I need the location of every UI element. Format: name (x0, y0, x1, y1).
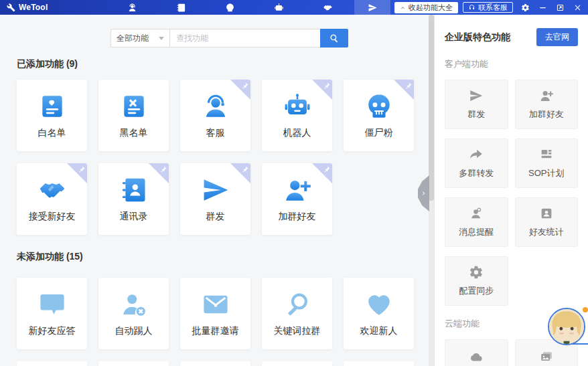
search-icon (329, 33, 340, 43)
headset-icon (468, 4, 475, 11)
id-card-icon (539, 206, 554, 221)
enterprise-feature-card[interactable]: 加群好友 (515, 80, 579, 129)
pin-icon (240, 82, 249, 90)
feature-card[interactable]: 欢迎新人 (344, 278, 414, 349)
feature-card[interactable]: 新好友应答 (17, 278, 87, 349)
feature-card[interactable]: 白名单 (17, 80, 87, 151)
enterprise-feature-card[interactable]: 多群转发 (445, 139, 508, 188)
enterprise-feature-card[interactable]: SOP计划 (515, 139, 579, 188)
envelope-icon (201, 290, 230, 319)
enterprise-feature-label: 配置同步 (459, 285, 494, 297)
feature-card-label: 接受新好友 (29, 211, 76, 223)
paper-plane-icon (201, 175, 230, 205)
feature-card[interactable]: 接受新好友 (17, 163, 87, 235)
feature-card[interactable]: 客服 (180, 80, 250, 151)
minimize-icon[interactable] (537, 2, 548, 13)
feature-card[interactable]: 群发 (180, 163, 250, 235)
pin-icon (322, 82, 331, 90)
close-icon[interactable] (572, 2, 583, 13)
goto-website-button[interactable]: 去官网 (536, 28, 578, 46)
feature-card-label: 欢迎新人 (360, 325, 398, 337)
enterprise-feature-card[interactable] (445, 339, 508, 366)
pin-badge (67, 163, 87, 183)
feature-card[interactable]: 自动踢人 (98, 278, 169, 349)
pin-icon (240, 165, 249, 174)
person-plus-icon (283, 175, 312, 205)
feature-card[interactable]: 机器人 (262, 80, 332, 151)
enterprise-feature-label: SOP计划 (528, 167, 564, 179)
message-alert-icon (469, 206, 484, 221)
feature-card[interactable]: 批量群邀请 (180, 278, 250, 349)
scrollbar-thumb[interactable] (429, 15, 434, 201)
heart-icon (364, 290, 394, 319)
collapse-panel-label: 收起功能大全 (409, 3, 453, 13)
avatar-image (549, 309, 584, 344)
wrench-icon (7, 3, 15, 12)
feature-card[interactable]: 僵尸粉 (344, 80, 414, 151)
feature-card-label: 通讯录 (120, 211, 148, 223)
feature-card-label: 黑名单 (120, 127, 148, 139)
pin-badge (312, 163, 332, 183)
feature-card[interactable]: 关键词拉群 (262, 278, 332, 349)
card-x-icon (119, 92, 149, 121)
pin-badge (312, 80, 332, 100)
scrollbar-track[interactable] (429, 15, 434, 366)
robot-icon[interactable] (272, 0, 287, 15)
handshake-icon (38, 175, 67, 205)
feature-card[interactable] (344, 361, 414, 366)
enterprise-feature-card[interactable]: 消息提醒 (445, 197, 508, 247)
client-features-grid: 群发 加群好友 多群转发 SOP计划 消息提醒 好友统计 (445, 80, 578, 306)
feature-card[interactable] (17, 361, 87, 366)
enterprise-feature-card[interactable]: 好友统计 (515, 197, 579, 247)
robot-icon (283, 92, 312, 121)
pin-badge (230, 163, 250, 183)
enterprise-feature-label: 好友统计 (529, 226, 564, 238)
contact-support-button[interactable]: 联系客服 (463, 2, 513, 13)
user-avatar[interactable] (548, 308, 585, 345)
feature-card[interactable]: 黑名单 (98, 80, 169, 151)
feature-card-label: 自动踢人 (115, 325, 153, 337)
pinned-shortcut-bar (54, 0, 354, 15)
enterprise-feature-card[interactable]: 群发 (445, 80, 508, 129)
gear-icon (469, 265, 484, 280)
feature-card[interactable] (180, 361, 250, 366)
enterprise-sidebar: 企业版特色功能 去官网 客户端功能 群发 加群好友 多群转发 SOP计划 (434, 15, 588, 366)
skull-icon (364, 92, 394, 121)
feature-card-label: 加群好友 (279, 211, 316, 223)
not-added-feature-grid: 新好友应答 自动踢人 批量群邀请 关键词拉群 欢迎新人 (17, 278, 434, 366)
contact-book-icon (119, 175, 149, 205)
handshake-icon[interactable] (321, 0, 336, 15)
feature-panel: 全部功能 已添加功能 (9) 白名单 黑名单 客服 (0, 15, 434, 366)
collapse-panel-button[interactable]: 收起功能大全 (394, 2, 458, 13)
feature-card[interactable] (98, 361, 169, 366)
skull-icon[interactable] (223, 0, 238, 15)
settings-icon[interactable] (520, 2, 530, 13)
added-section-title: 已添加功能 (9) (17, 58, 434, 70)
chevron-down-icon (159, 37, 164, 40)
paper-plane-icon[interactable] (354, 0, 390, 15)
pin-badge (394, 80, 414, 100)
feature-card[interactable]: 通讯录 (98, 163, 169, 235)
contact-support-label: 联系客服 (478, 3, 508, 13)
contact-book-icon[interactable] (174, 0, 189, 15)
feature-card-label: 白名单 (38, 127, 66, 139)
forward-arrow-icon (469, 147, 484, 162)
support-person-icon[interactable] (125, 0, 139, 15)
client-features-group-label: 客户端功能 (445, 58, 578, 70)
category-dropdown[interactable]: 全部功能 (111, 29, 169, 48)
enterprise-feature-label: 多群转发 (459, 167, 494, 179)
enterprise-feature-label: 加群好友 (529, 108, 564, 120)
search-button[interactable] (320, 29, 348, 48)
person-remove-icon (119, 290, 149, 319)
search-input[interactable] (169, 29, 320, 48)
pin-badge (230, 80, 250, 100)
gallery-icon (539, 350, 554, 365)
enterprise-feature-card[interactable]: 配置同步 (445, 256, 508, 306)
restore-icon[interactable] (555, 2, 565, 13)
feature-card[interactable]: 加群好友 (262, 163, 332, 235)
feature-card[interactable] (262, 361, 332, 366)
person-plus-icon (539, 88, 554, 103)
feature-card-label: 新好友应答 (29, 325, 76, 337)
feature-card-label: 批量群邀请 (192, 325, 239, 337)
enterprise-feature-label: 消息提醒 (459, 226, 494, 238)
